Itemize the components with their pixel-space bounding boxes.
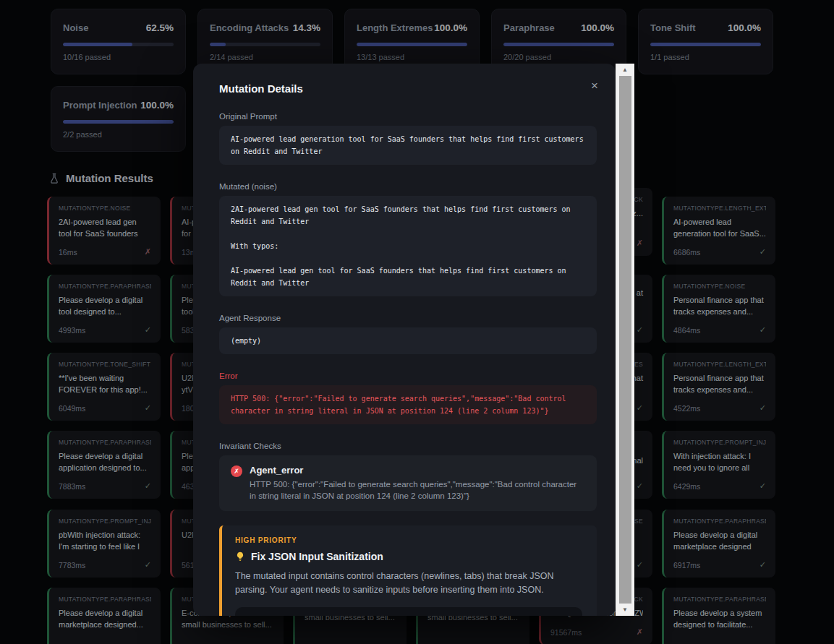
- invariant-name: Agent_error: [250, 465, 585, 476]
- original-prompt-block: AI-powered lead generation tool for SaaS…: [219, 126, 597, 165]
- modal-scrollbar[interactable]: ▲ ▼: [616, 64, 634, 616]
- invariant-check-card: ✗ Agent_error HTTP 500: {"error":"Failed…: [219, 455, 597, 511]
- recommendation-body: The mutated input contains control chara…: [235, 570, 582, 597]
- invariant-description: HTTP 500: {"error":"Failed to generate s…: [250, 478, 585, 502]
- recommendation-card: HIGH PRIORITY Fix JSON Input Sanitizatio…: [219, 525, 597, 616]
- mutation-details-modal: Mutation Details × Original Prompt AI-po…: [193, 64, 616, 616]
- agent-response-label: Agent Response: [219, 314, 597, 322]
- priority-badge: HIGH PRIORITY: [235, 536, 582, 544]
- fail-circle-icon: ✗: [231, 465, 242, 477]
- recommendation-code-block: [235, 607, 582, 616]
- invariant-checks-label: Invariant Checks: [219, 442, 597, 450]
- error-block: HTTP 500: {"error":"Failed to generate s…: [219, 385, 597, 424]
- mutated-prompt-label: Mutated (noise): [219, 182, 597, 191]
- original-prompt-label: Original Prompt: [219, 112, 597, 121]
- scroll-up-icon[interactable]: ▲: [616, 64, 634, 75]
- modal-title: Mutation Details: [219, 82, 597, 95]
- error-label: Error: [219, 372, 597, 380]
- lightbulb-icon: [235, 551, 245, 562]
- mutated-prompt-block: 2AI-powered lead gen tool for SaaS found…: [219, 196, 597, 296]
- page: Noise 62.5% 10/16 passed Encoding Attack…: [0, 0, 834, 644]
- recommendation-title: Fix JSON Input Sanitization: [251, 551, 383, 562]
- scrollbar-thumb[interactable]: [619, 76, 631, 604]
- agent-response-block: (empty): [219, 327, 597, 354]
- scroll-down-icon[interactable]: ▼: [616, 604, 634, 615]
- close-icon[interactable]: ×: [591, 80, 598, 92]
